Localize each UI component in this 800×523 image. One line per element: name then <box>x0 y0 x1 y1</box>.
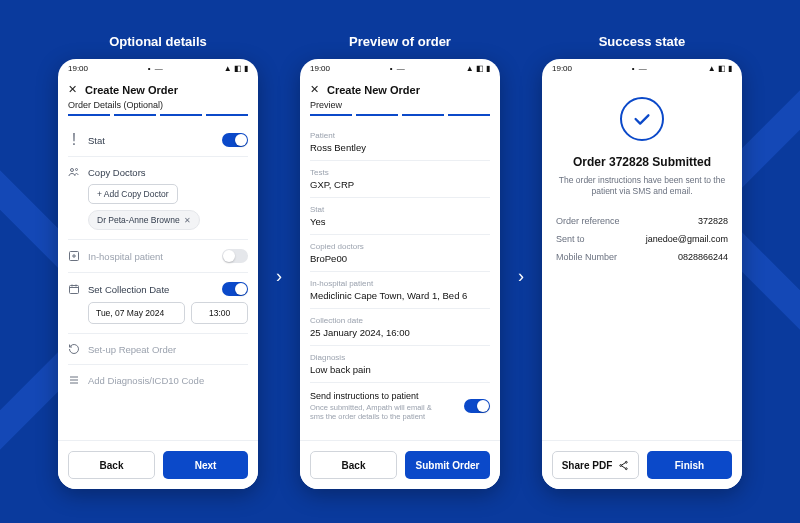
status-indicators-icon: ▲ ◧ ▮ <box>708 64 732 73</box>
field-value: Yes <box>310 216 490 227</box>
kv-value: 0828866244 <box>678 252 728 262</box>
status-time: 19:00 <box>552 64 572 73</box>
kv-key: Order reference <box>556 216 620 226</box>
collection-time-field[interactable]: 13:00 <box>191 302 248 324</box>
field-label: Tests <box>310 168 490 177</box>
status-camera-icon: • — <box>632 64 648 73</box>
stat-toggle[interactable] <box>222 133 248 147</box>
page-title: Create New Order <box>327 84 420 96</box>
next-button[interactable]: Next <box>163 451 248 479</box>
collection-toggle[interactable] <box>222 282 248 296</box>
svg-rect-3 <box>70 286 79 294</box>
back-button[interactable]: Back <box>310 451 397 479</box>
kv-key: Mobile Number <box>556 252 617 262</box>
list-icon <box>68 374 80 386</box>
status-camera-icon: • — <box>390 64 406 73</box>
send-instructions-title: Send instructions to patient <box>310 391 440 401</box>
column-label-preview: Preview of order <box>349 34 451 49</box>
in-hospital-toggle[interactable] <box>222 249 248 263</box>
add-copy-doctor-button[interactable]: + Add Copy Doctor <box>88 184 178 204</box>
status-bar: 19:00 • — ▲ ◧ ▮ <box>58 59 258 77</box>
svg-point-1 <box>76 169 78 171</box>
phone-optional: 19:00 • — ▲ ◧ ▮ ✕ Create New Order Order… <box>58 59 258 489</box>
collection-date-label: Set Collection Date <box>88 284 169 295</box>
in-hospital-label: In-hospital patient <box>88 251 163 262</box>
svg-point-4 <box>626 461 628 463</box>
plus-square-icon <box>68 250 80 262</box>
progress-bar <box>300 114 500 124</box>
share-icon <box>618 460 629 471</box>
close-icon[interactable]: ✕ <box>68 83 77 96</box>
status-camera-icon: • — <box>148 64 164 73</box>
status-time: 19:00 <box>68 64 88 73</box>
field-value: Low back pain <box>310 364 490 375</box>
back-button[interactable]: Back <box>68 451 155 479</box>
share-pdf-button[interactable]: Share PDF <box>552 451 639 479</box>
share-pdf-label: Share PDF <box>562 460 613 471</box>
stat-label: Stat <box>88 135 105 146</box>
success-title: Order 372828 Submitted <box>573 155 711 169</box>
status-time: 19:00 <box>310 64 330 73</box>
diagnosis-label: Add Diagnosis/ICD10 Code <box>88 375 204 386</box>
phone-preview: 19:00 • — ▲ ◧ ▮ ✕ Create New Order Previ… <box>300 59 500 489</box>
chip-remove-icon[interactable]: ✕ <box>184 216 191 225</box>
repeat-label: Set-up Repeat Order <box>88 344 176 355</box>
field-label: In-hospital patient <box>310 279 490 288</box>
field-label: Patient <box>310 131 490 140</box>
column-label-optional: Optional details <box>109 34 207 49</box>
field-value: 25 January 2024, 16:00 <box>310 327 490 338</box>
submit-order-button[interactable]: Submit Order <box>405 451 490 479</box>
doctor-chip[interactable]: Dr Peta-Anne Browne ✕ <box>88 210 200 230</box>
calendar-icon <box>68 283 80 295</box>
column-label-success: Success state <box>599 34 686 49</box>
svg-point-0 <box>71 169 74 172</box>
page-title: Create New Order <box>85 84 178 96</box>
chevron-right-icon: › <box>518 266 524 287</box>
send-instructions-sub: Once submitted, Ampath will email & sms … <box>310 403 440 421</box>
field-label: Collection date <box>310 316 490 325</box>
subheader: Order Details (Optional) <box>58 100 258 114</box>
collection-date-field[interactable]: Tue, 07 May 2024 <box>88 302 185 324</box>
check-circle-icon <box>620 97 664 141</box>
field-label: Diagnosis <box>310 353 490 362</box>
send-instructions-toggle[interactable] <box>464 399 490 413</box>
close-icon[interactable]: ✕ <box>310 83 319 96</box>
kv-key: Sent to <box>556 234 585 244</box>
copy-doctors-label: Copy Doctors <box>88 167 146 178</box>
field-label: Copied doctors <box>310 242 490 251</box>
field-value: GXP, CRP <box>310 179 490 190</box>
people-icon <box>68 166 80 178</box>
status-indicators-icon: ▲ ◧ ▮ <box>224 64 248 73</box>
status-bar: 19:00 • — ▲ ◧ ▮ <box>542 59 742 77</box>
finish-button[interactable]: Finish <box>647 451 732 479</box>
field-value: Mediclinic Cape Town, Ward 1, Bed 6 <box>310 290 490 301</box>
status-bar: 19:00 • — ▲ ◧ ▮ <box>300 59 500 77</box>
svg-point-5 <box>620 464 622 466</box>
svg-point-6 <box>626 467 628 469</box>
field-value: Ross Bentley <box>310 142 490 153</box>
kv-value: janedoe@gmail.com <box>646 234 728 244</box>
chevron-right-icon: › <box>276 266 282 287</box>
field-label: Stat <box>310 205 490 214</box>
status-indicators-icon: ▲ ◧ ▮ <box>466 64 490 73</box>
progress-bar <box>58 114 258 124</box>
doctor-chip-label: Dr Peta-Anne Browne <box>97 215 180 225</box>
phone-success: 19:00 • — ▲ ◧ ▮ Order 372828 Submitted T… <box>542 59 742 489</box>
subheader: Preview <box>300 100 500 114</box>
kv-value: 372828 <box>698 216 728 226</box>
repeat-icon <box>68 343 80 355</box>
field-value: BroPe00 <box>310 253 490 264</box>
exclamation-icon: ! <box>68 134 80 146</box>
success-subtitle: The order instructions have been sent to… <box>556 175 728 198</box>
